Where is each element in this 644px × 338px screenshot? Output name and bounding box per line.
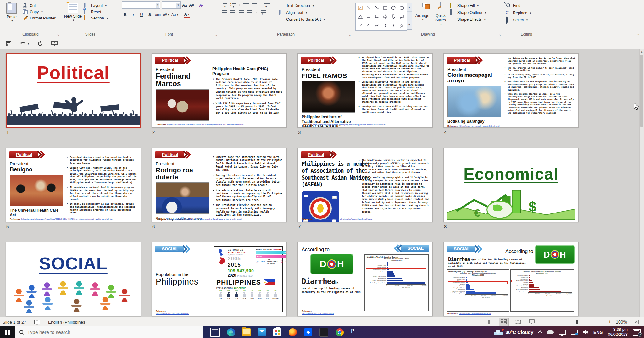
shape-effects-button[interactable]: Shape Effects bbox=[450, 17, 486, 22]
taskbar-powerpoint-icon[interactable]: P bbox=[351, 328, 359, 336]
align-center-button[interactable] bbox=[230, 10, 235, 14]
collapse-ribbon-button[interactable]: ⌃ bbox=[637, 33, 641, 36]
speaker-icon[interactable] bbox=[583, 330, 588, 335]
shapes-gallery-scroll[interactable]: ▲▪▼ bbox=[407, 3, 412, 30]
undo-button[interactable] bbox=[20, 41, 29, 46]
reading-view-button[interactable] bbox=[513, 318, 523, 326]
taskbar-file-explorer-icon[interactable] bbox=[242, 328, 251, 336]
font-color-button[interactable]: A bbox=[184, 11, 190, 18]
redo-button[interactable] bbox=[37, 41, 43, 47]
save-button[interactable] bbox=[6, 41, 12, 47]
shrink-font-button[interactable]: A▾ bbox=[188, 2, 195, 8]
taskbar-store-icon[interactable] bbox=[273, 328, 281, 336]
zoom-out-button[interactable]: − bbox=[541, 319, 544, 325]
decrease-indent-button[interactable] bbox=[243, 3, 249, 7]
reference-link[interactable]: https://www.doh.gov.ph/population bbox=[156, 312, 189, 314]
taskbar-mail-icon[interactable] bbox=[258, 328, 266, 336]
shape-oval-icon[interactable] bbox=[391, 6, 396, 10]
slide-show-button[interactable] bbox=[527, 318, 536, 326]
align-right-button[interactable] bbox=[239, 10, 244, 14]
replace-button[interactable]: abacReplace bbox=[506, 10, 531, 15]
bullets-button[interactable] bbox=[223, 3, 227, 7]
slide-thumbnail-4[interactable]: Political President Gloria macapagal arr… bbox=[443, 53, 579, 128]
reset-button[interactable]: Reset bbox=[84, 9, 108, 14]
shape-right-paren-icon[interactable] bbox=[391, 23, 396, 28]
reference-link[interactable]: https://www.doh.gov.ph/morbidity bbox=[459, 312, 491, 314]
slide-thumbnail-9[interactable]: SOCIAL bbox=[6, 242, 141, 316]
quick-styles-button[interactable]: Quick Styles bbox=[433, 1, 448, 26]
paragraph-dialog-launcher[interactable]: ↘ bbox=[348, 34, 352, 37]
align-text-button[interactable]: Align Text bbox=[279, 10, 325, 15]
underline-button[interactable]: U bbox=[138, 12, 145, 18]
layout-button[interactable]: Layout bbox=[84, 3, 108, 8]
font-name-combo[interactable] bbox=[122, 1, 160, 9]
section-button[interactable]: Section bbox=[84, 16, 108, 20]
reference-link[interactable]: https://www.quora.com/What-were-the-acco… bbox=[167, 124, 243, 126]
convert-smartart-button[interactable]: Convert to SmartArt bbox=[279, 17, 325, 22]
shape-curve-icon[interactable] bbox=[375, 23, 379, 28]
clipboard-dialog-launcher[interactable]: ↘ bbox=[57, 34, 60, 37]
spell-check-icon[interactable] bbox=[34, 320, 40, 324]
drawing-dialog-launcher[interactable]: ↘ bbox=[499, 34, 502, 37]
shapes-gallery[interactable]: A bbox=[355, 3, 407, 31]
zoom-slider-thumb[interactable] bbox=[576, 320, 578, 324]
line-spacing-button[interactable] bbox=[264, 3, 270, 7]
text-direction-button[interactable]: Text Direction bbox=[279, 3, 325, 8]
shape-rounded-rectangle-icon[interactable] bbox=[400, 6, 404, 10]
slide-sorter-view-button[interactable] bbox=[499, 318, 509, 326]
shape-arrow-icon[interactable] bbox=[375, 6, 379, 10]
shape-elbow-arrow-icon[interactable] bbox=[375, 14, 379, 19]
start-slideshow-button[interactable] bbox=[51, 41, 58, 47]
onedrive-icon[interactable] bbox=[547, 330, 554, 334]
shape-right-arrow-icon[interactable] bbox=[383, 14, 387, 19]
shape-textbox-icon[interactable]: A bbox=[358, 6, 363, 10]
zoom-in-button[interactable]: + bbox=[608, 319, 611, 325]
bold-button[interactable]: B bbox=[122, 12, 128, 18]
justify-button[interactable] bbox=[247, 10, 252, 14]
zoom-percentage[interactable]: 100% bbox=[616, 319, 627, 324]
reference-link[interactable]: https://news.mb.com.ph/2018/07/18/improv… bbox=[167, 218, 242, 220]
language-switcher[interactable]: ENG bbox=[593, 330, 603, 335]
cut-button[interactable]: Cut bbox=[23, 3, 56, 8]
character-spacing-button[interactable]: AV bbox=[163, 12, 169, 18]
shape-elbow-icon[interactable] bbox=[366, 14, 371, 19]
italic-button[interactable]: I bbox=[130, 12, 136, 18]
new-slide-button[interactable]: New Slide bbox=[64, 1, 82, 22]
shape-outline-button[interactable]: Shape Outline bbox=[450, 10, 486, 15]
display-icon[interactable] bbox=[559, 330, 566, 335]
change-case-button[interactable]: Aa bbox=[171, 12, 178, 18]
shape-triangle-icon[interactable] bbox=[358, 14, 363, 19]
shape-line-icon[interactable] bbox=[366, 6, 371, 10]
shape-down-arrow-icon[interactable] bbox=[391, 14, 396, 19]
copy-button[interactable]: Copy bbox=[23, 9, 56, 14]
scrollbar-thumb[interactable] bbox=[640, 55, 643, 127]
slide-thumbnail-10[interactable]: SOCIAL Population in the Philippines Ref… bbox=[152, 242, 287, 316]
fit-to-window-button[interactable] bbox=[631, 318, 641, 326]
reference-link[interactable]: http://investasean.asean.org/index.php/p… bbox=[313, 218, 372, 220]
taskbar-search[interactable] bbox=[15, 326, 203, 338]
arrange-button[interactable]: Arrange bbox=[414, 1, 431, 21]
taskbar-dropbox-icon[interactable]: ❖ bbox=[304, 328, 312, 336]
slide-thumbnail-3[interactable]: Political President FIDEL RAMOS Philippi… bbox=[297, 53, 433, 128]
slide-thumbnail-2[interactable]: Political President Ferdinand Marcos Phi… bbox=[152, 53, 287, 128]
shape-arc-icon[interactable] bbox=[366, 23, 371, 28]
shape-rectangle-icon[interactable] bbox=[383, 6, 387, 10]
shape-callout-icon[interactable] bbox=[400, 14, 404, 19]
taskbar-notes-icon[interactable] bbox=[319, 328, 328, 337]
tray-overflow-chevron-icon[interactable] bbox=[538, 330, 542, 335]
reference-link[interactable]: https://www.philstar.com/headlines/2013/… bbox=[21, 218, 113, 220]
screencast-icon[interactable] bbox=[571, 330, 578, 335]
start-button[interactable] bbox=[0, 326, 15, 338]
shape-fill-button[interactable]: Shape Fill bbox=[450, 3, 486, 8]
taskbar-chrome-icon[interactable] bbox=[336, 328, 344, 336]
zoom-slider[interactable] bbox=[546, 322, 606, 322]
vertical-scrollbar[interactable]: ▲ bbox=[639, 49, 644, 317]
shape-left-paren-icon[interactable] bbox=[383, 23, 387, 28]
taskbar-firefox-icon[interactable] bbox=[289, 328, 297, 336]
select-button[interactable]: Select bbox=[506, 18, 531, 22]
numbering-button[interactable] bbox=[232, 3, 236, 7]
slide-thumbnail-1[interactable]: Political bbox=[6, 53, 141, 128]
slide-thumbnail-5[interactable]: Political President Benigno The Universa… bbox=[6, 148, 141, 222]
language-indicator[interactable]: English (Philippines) bbox=[48, 320, 86, 324]
clear-formatting-button[interactable]: A̷ bbox=[197, 2, 204, 8]
